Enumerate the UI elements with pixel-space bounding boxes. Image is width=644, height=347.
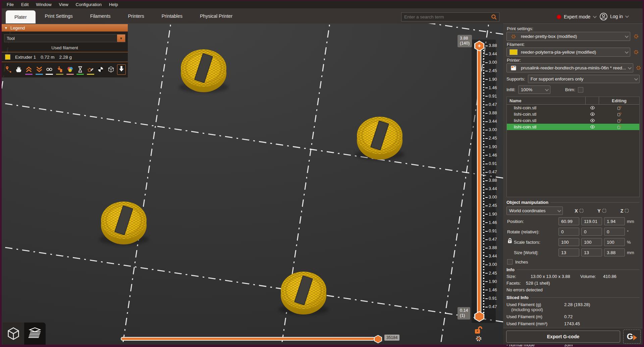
print-settings-combo[interactable]: reeder-pretty-box (modified) [506,32,630,41]
object-row[interactable]: lishi-coin.stl [507,111,639,117]
axis-lock-icon[interactable] [602,209,606,213]
preview-view-button[interactable] [24,323,46,345]
editing-icon[interactable] [599,112,639,117]
search-input[interactable] [401,14,491,19]
object-row[interactable]: lishi-coin.stl [507,105,639,111]
layer-tick-label: 1.90 [485,212,497,217]
seams-icon[interactable] [45,66,54,75]
manipulation-input-z[interactable] [604,217,625,225]
export-gcode-button[interactable]: Export G-code [506,331,620,343]
editing-icon[interactable] [599,118,639,123]
model-object-coin[interactable] [357,117,402,160]
tab-plater[interactable]: Plater [6,10,36,24]
tabs: PlaterPrint SettingsFilamentsPrintersPri… [5,8,241,24]
mode-selector[interactable]: Expert mode [557,12,596,21]
move-slider-track[interactable] [121,337,375,341]
infill-combo[interactable]: 100% [518,85,550,94]
layer-tick-label: 3.44 [485,254,497,258]
manipulation-input-y[interactable] [581,217,602,225]
settings-panel: Print settings: reeder-pretty-box (modif… [503,23,643,345]
supports-label: Supports: [506,76,525,81]
edit-print-settings-button[interactable] [632,33,640,40]
manipulation-input-x[interactable] [558,238,579,246]
retractions-icon[interactable] [25,66,33,75]
menu-item-view[interactable]: View [55,1,72,8]
menu-item-file[interactable]: File [3,1,17,8]
manipulation-input-x[interactable] [558,217,579,225]
visibility-eye-icon[interactable] [586,112,599,117]
tool-changes-icon[interactable] [56,66,64,75]
axis-lock-icon[interactable] [580,209,583,213]
manipulation-input-z[interactable] [604,238,625,246]
travel-icon[interactable] [4,66,13,75]
wipe-icon[interactable] [15,66,23,75]
unlocked-icon[interactable] [474,326,483,336]
manipulation-input-y[interactable] [581,238,602,246]
object-row[interactable]: lishi-coin.stl [507,117,639,124]
manipulation-input-y[interactable] [581,248,602,256]
tab-print-settings[interactable]: Print Settings [36,8,82,24]
tab-filaments[interactable]: Filaments [82,8,119,24]
user-icon [599,12,608,21]
search-icon[interactable] [491,14,497,20]
name-column-header[interactable]: Name [507,97,586,104]
axis-letter: Z [621,208,624,214]
combo-dropdown-button[interactable]: ▼ [117,35,125,42]
tool-marker-icon[interactable] [117,64,126,75]
uniform-scale-lock-icon[interactable] [506,237,513,246]
shells-icon[interactable] [97,66,105,75]
tab-printables[interactable]: Printables [153,8,191,24]
legend-box-icon[interactable] [107,66,115,75]
visibility-eye-icon[interactable] [586,124,599,129]
manipulation-input-x[interactable] [558,248,579,256]
menu-item-edit[interactable]: Edit [17,1,32,8]
model-object-coin[interactable] [101,201,147,245]
brim-checkbox[interactable] [578,87,583,93]
layer-slider-track[interactable] [477,45,481,319]
color-changes-icon[interactable] [66,66,74,75]
layer-tick-label: 3.44 [485,119,497,124]
manipulation-input-z[interactable] [604,248,625,256]
inches-checkbox[interactable] [507,259,513,265]
legend-header[interactable]: ▼ Legend [2,24,128,32]
editing-icon[interactable] [599,124,639,130]
visibility-eye-icon[interactable] [586,118,599,123]
visibility-column-header[interactable] [586,97,599,104]
menu-item-window[interactable]: Window [32,1,55,8]
menu-item-help[interactable]: Help [105,1,122,8]
model-object-coin[interactable] [181,49,226,93]
facets-label: Facets: [506,281,526,286]
printer-combo[interactable]: prusalink-reeder-bondtech-prusa-miniis-0… [506,63,633,72]
view-mode-buttons [3,323,46,345]
filament-combo[interactable]: reeder-polyterra-pla-yellow (modified) [506,48,630,57]
axis-lock-icon[interactable] [625,209,629,213]
edit-printer-button[interactable] [635,65,642,71]
manipulation-input-z[interactable] [604,228,625,236]
model-object-coin[interactable] [281,272,326,315]
supports-combo[interactable]: For support enforcers only [528,75,640,83]
object-row[interactable]: lishi-coin.stl [507,124,639,130]
view-type-combo[interactable]: Tool ▼ [4,34,125,42]
manipulation-input-y[interactable] [581,228,602,236]
slider-settings-gear-icon[interactable] [475,335,482,344]
3d-viewport[interactable]: ▼ Legend Tool ▼ Used filament Extruder 1… [2,23,503,345]
legend-title: Legend [10,25,25,31]
tab-printers[interactable]: Printers [119,8,153,24]
export-bar: Export G-code G [503,328,643,345]
deretractions-icon[interactable] [35,66,44,75]
editing-icon[interactable] [599,105,639,111]
3d-editor-view-button[interactable] [3,323,24,345]
manipulation-row: Size [World]:mm [506,248,640,256]
tabbar: PlaterPrint SettingsFilamentsPrintersPri… [2,8,643,24]
edit-filament-button[interactable] [632,49,640,55]
editing-column-header[interactable]: Editing [599,98,639,103]
manipulation-input-x[interactable] [558,228,579,236]
tab-physical-printer[interactable]: Physical Printer [191,8,241,24]
login-button[interactable]: Log in [599,12,628,21]
visibility-eye-icon[interactable] [586,105,599,110]
coordinates-combo[interactable]: World coordinates [506,207,563,215]
pause-prints-icon[interactable] [76,66,85,75]
export-gcode-to-sd-button[interactable]: G [623,330,641,344]
menu-item-configuration[interactable]: Configuration [72,1,105,8]
custom-gcodes-icon[interactable] [86,66,95,75]
